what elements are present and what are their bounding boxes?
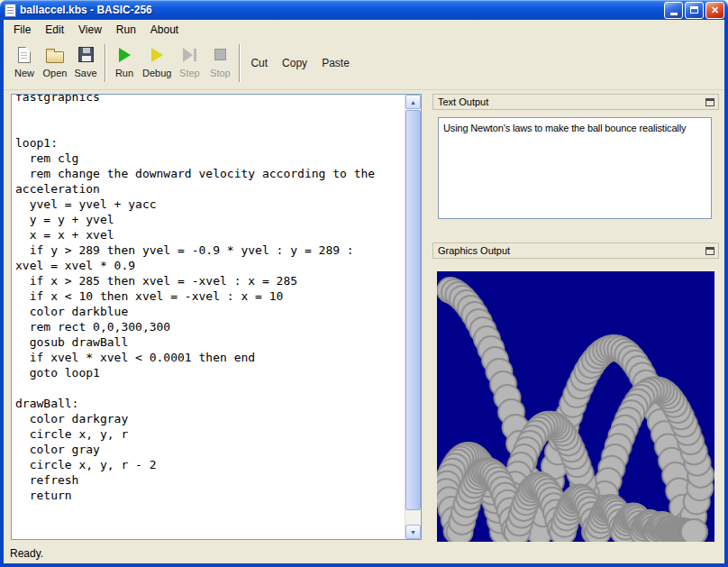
copy-button[interactable]: Copy: [275, 41, 314, 84]
status-text: Ready.: [10, 547, 43, 560]
paste-button[interactable]: Paste: [314, 41, 357, 84]
toolbar: New Open Save Run Debug Step: [4, 40, 724, 90]
new-label: New: [14, 68, 34, 78]
window-title: ballaccel.kbs - BASIC-256: [20, 4, 662, 16]
close-button[interactable]: ✕: [705, 2, 724, 19]
text-output-content: Using Newton's laws to make the ball bou…: [438, 117, 712, 219]
stop-icon: [214, 44, 226, 65]
new-button[interactable]: New: [9, 41, 40, 84]
main-area: fastgraphics loop1: rem clg rem change t…: [4, 90, 724, 544]
open-label: Open: [43, 68, 68, 78]
code-text[interactable]: fastgraphics loop1: rem clg rem change t…: [12, 94, 405, 539]
debug-button[interactable]: Debug: [140, 41, 174, 84]
menu-view[interactable]: View: [71, 22, 109, 38]
status-bar: Ready.: [4, 544, 724, 563]
new-icon: [18, 44, 31, 65]
menubar: File Edit View Run About: [4, 20, 724, 40]
window-frame: File Edit View Run About New Open Save R…: [0, 20, 728, 567]
toolbar-separator: [239, 44, 240, 82]
scroll-up-button[interactable]: ▲: [405, 95, 421, 109]
scroll-track[interactable]: [405, 110, 421, 524]
save-button[interactable]: Save: [70, 41, 101, 84]
minimize-icon: [670, 13, 678, 15]
editor-scrollbar[interactable]: ▲ ▼: [405, 95, 421, 539]
step-button[interactable]: Step: [174, 41, 205, 84]
window-controls: ✕: [662, 2, 724, 19]
stop-button[interactable]: Stop: [205, 41, 235, 84]
titlebar: ballaccel.kbs - BASIC-256 ✕: [0, 0, 728, 20]
menu-about[interactable]: About: [143, 22, 186, 38]
text-output-title: Text Output: [438, 96, 705, 107]
app-window: ballaccel.kbs - BASIC-256 ✕ File Edit Vi…: [0, 0, 728, 567]
open-icon: [46, 44, 64, 65]
save-icon: [78, 44, 94, 65]
scroll-thumb[interactable]: [405, 110, 421, 510]
text-output-header: Text Output: [432, 94, 719, 110]
code-editor[interactable]: fastgraphics loop1: rem clg rem change t…: [11, 94, 422, 540]
step-icon: [183, 44, 196, 65]
text-output-float-button[interactable]: [705, 98, 714, 106]
debug-label: Debug: [142, 68, 171, 78]
run-icon: [119, 44, 131, 65]
step-label: Step: [179, 68, 200, 78]
graphics-output-float-button[interactable]: [705, 247, 714, 255]
debug-icon: [151, 44, 163, 65]
stop-label: Stop: [210, 68, 231, 78]
app-icon: [5, 4, 16, 17]
maximize-button[interactable]: [685, 2, 704, 19]
menu-file[interactable]: File: [6, 22, 38, 38]
scroll-down-button[interactable]: ▼: [405, 525, 421, 539]
graphics-canvas: [437, 271, 714, 542]
menu-run[interactable]: Run: [109, 22, 143, 38]
output-column: Text Output Using Newton's laws to make …: [432, 94, 719, 540]
graphics-output-title: Graphics Output: [438, 245, 705, 256]
open-button[interactable]: Open: [40, 41, 70, 84]
menu-edit[interactable]: Edit: [38, 22, 71, 38]
minimize-button[interactable]: [664, 2, 683, 19]
maximize-icon: [690, 6, 698, 14]
toolbar-separator: [105, 44, 105, 82]
save-label: Save: [74, 68, 96, 78]
run-button[interactable]: Run: [109, 41, 140, 84]
run-label: Run: [115, 68, 133, 78]
graphics-output-header: Graphics Output: [432, 242, 719, 259]
cut-button[interactable]: Cut: [243, 41, 275, 84]
